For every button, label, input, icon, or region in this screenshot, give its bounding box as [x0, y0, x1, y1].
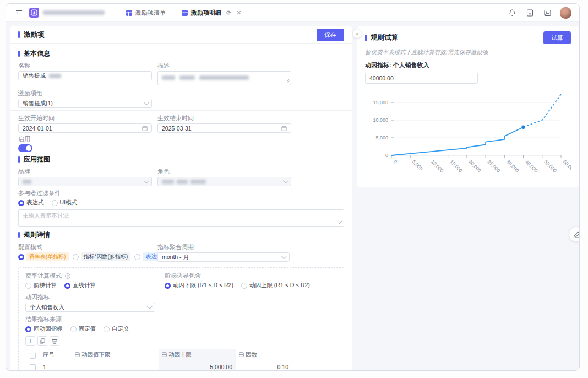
tab-incentive-detail[interactable]: 激励项明细 ⟳ ✕ — [175, 6, 248, 20]
y-tick-label: 15,000 — [373, 100, 388, 105]
x-tick-label: 50,000 — [543, 159, 558, 174]
filter-expression-textarea[interactable]: 未输入表示不过滤 — [18, 209, 344, 227]
resize-handle-icon[interactable] — [339, 219, 342, 225]
x-tick-label: 40,000 — [524, 159, 539, 174]
select-all-checkbox[interactable] — [30, 353, 36, 359]
filter-label: 参与者过滤条件 — [18, 190, 344, 197]
document-icon[interactable] — [525, 8, 535, 18]
app-window: 激励项清单 激励项明细 ⟳ ✕ — [6, 3, 580, 371]
redacted-text — [177, 180, 188, 184]
factor-cell[interactable]: 0.10 — [236, 361, 337, 371]
result-source-label: 结果指标来源 — [25, 316, 337, 323]
save-button[interactable]: 保存 — [317, 29, 344, 41]
topbar-actions — [507, 7, 571, 19]
chevron-down-icon — [147, 304, 153, 309]
copy-row-button[interactable] — [37, 336, 47, 346]
config-mode-label: 配置模式 — [18, 244, 157, 251]
row-checkbox[interactable] — [30, 364, 36, 370]
radio-indicator-factor[interactable]: 指标*因数(多指标) — [73, 252, 131, 261]
radio-custom[interactable]: 自定义 — [104, 325, 129, 333]
tester-title: 规则试算 — [365, 33, 398, 42]
lower-bound-cell[interactable]: - — [72, 361, 159, 371]
tab-bar: 激励项清单 激励项明细 ⟳ ✕ — [119, 6, 248, 20]
role-select[interactable] — [157, 177, 291, 186]
editor-header: 激励项 保存 — [10, 26, 352, 44]
start-date-label: 生效开始时间 — [18, 115, 152, 122]
radio-upper-bound[interactable]: 动因上限 (R1 < D ≤ R2) — [241, 282, 310, 289]
close-icon[interactable]: ✕ — [236, 10, 241, 16]
boundary-label: 阶梯边界包含 — [165, 272, 297, 279]
redacted-text — [179, 75, 195, 80]
image-card-icon[interactable] — [542, 8, 552, 18]
x-tick-label: 30,000 — [505, 159, 520, 174]
info-icon[interactable]: ? — [65, 273, 70, 279]
aggregation-period-select[interactable]: month - 月 — [157, 252, 290, 262]
end-date-label: 生效结束时间 — [157, 115, 291, 122]
radio-expression-mode[interactable]: 表达式 — [18, 199, 44, 207]
redacted-text — [162, 75, 175, 80]
run-trial-button[interactable]: 试算 — [543, 31, 571, 44]
sidebar-collapse-icon[interactable] — [14, 8, 24, 18]
group-select[interactable]: 销售提成(1) — [18, 99, 152, 108]
group-label: 激励项组 — [18, 90, 152, 97]
column-grid-icon — [75, 352, 80, 357]
end-date-input[interactable]: 2025-03-31 — [157, 123, 291, 133]
calc-mode-label: 费率计算模式 — [25, 272, 62, 279]
page-title: 激励项 — [18, 30, 45, 40]
chart-marker — [521, 126, 525, 129]
grid-icon — [181, 9, 188, 17]
column-grid-icon — [162, 352, 167, 357]
divider — [10, 110, 352, 111]
rule-test-panel: 规则试算 试算 暂仅费率表模式下直线计算有效,需先保存激励项 动因指标: 个人销… — [357, 26, 579, 187]
name-input[interactable]: 销售提成 — [18, 71, 152, 80]
rate-table-config-box: 费率计算模式 ? 阶梯计算 直线计算 — [18, 267, 344, 371]
expand-panel-button[interactable]: » — [352, 29, 362, 39]
tester-driver-label: 动因指标: 个人销售收入 — [365, 61, 571, 69]
description-textarea[interactable] — [157, 71, 291, 85]
resize-handle-icon[interactable] — [286, 77, 290, 84]
x-tick-label: 20,000 — [467, 159, 482, 174]
radio-ui-mode[interactable]: UI模式 — [52, 199, 78, 207]
name-label: 名称 — [18, 62, 152, 69]
bell-icon[interactable] — [507, 8, 517, 18]
app-icon[interactable] — [29, 8, 39, 18]
radio-same-driver[interactable]: 同动因指标 — [25, 325, 63, 333]
grid-icon — [126, 9, 133, 17]
brand-select[interactable] — [18, 177, 152, 186]
brand-label: 品牌 — [18, 168, 152, 175]
description-label: 描述 — [157, 62, 291, 69]
section-scope: 应用范围 — [18, 155, 344, 164]
driver-indicator-label: 动因指标 — [25, 294, 155, 301]
incentive-editor-panel: 激励项 保存 基本信息 名称 销售提成 描述 — [10, 26, 352, 371]
payout-curve-chart: 05,00010,00015,00005,00010,00015,00020,0… — [365, 86, 571, 184]
chevron-down-icon — [144, 100, 149, 105]
radio-fixed-value[interactable]: 固定值 — [70, 325, 96, 333]
x-tick-label: 10,000 — [430, 159, 445, 174]
radio-step-calc[interactable]: 阶梯计算 — [25, 282, 57, 289]
chevron-down-icon — [283, 178, 288, 183]
x-tick-label: 0 — [393, 159, 399, 165]
edit-fab-button[interactable] — [569, 227, 580, 241]
enable-toggle[interactable] — [18, 144, 32, 152]
radio-lower-bound[interactable]: 动因下限 (R1 ≤ D < R2) — [165, 282, 233, 289]
radio-linear-calc[interactable]: 直线计算 — [64, 282, 96, 289]
x-tick-label: 60,000 — [562, 159, 571, 174]
user-avatar[interactable] — [560, 7, 571, 19]
rule-test-region: » 规则试算 试算 暂仅费率表模式下直线计算有效,需先保存激励项 动因指标: 个… — [352, 22, 580, 370]
delete-row-button[interactable] — [50, 336, 59, 346]
tab-incentive-list[interactable]: 激励项清单 — [119, 6, 172, 20]
table-row: 1-5,000.000.10 — [25, 361, 337, 371]
radio-rate-table[interactable]: 费率表(单指标) — [18, 252, 69, 261]
driver-value-input[interactable] — [365, 73, 478, 84]
start-date-input[interactable]: 2024-01-01 — [18, 123, 152, 133]
tab-label: 激励项明细 — [191, 9, 221, 17]
main-content: 激励项 保存 基本信息 名称 销售提成 描述 — [6, 22, 579, 370]
redacted-text — [23, 180, 31, 184]
chart-line-projection — [524, 94, 561, 127]
section-basic-info: 基本信息 — [18, 49, 344, 58]
chevron-down-icon — [281, 253, 287, 259]
enable-label: 启用 — [18, 136, 344, 143]
add-row-button[interactable]: + — [25, 336, 35, 346]
driver-indicator-select[interactable]: 个人销售收入 — [25, 303, 155, 312]
refresh-icon[interactable]: ⟳ — [226, 10, 231, 16]
